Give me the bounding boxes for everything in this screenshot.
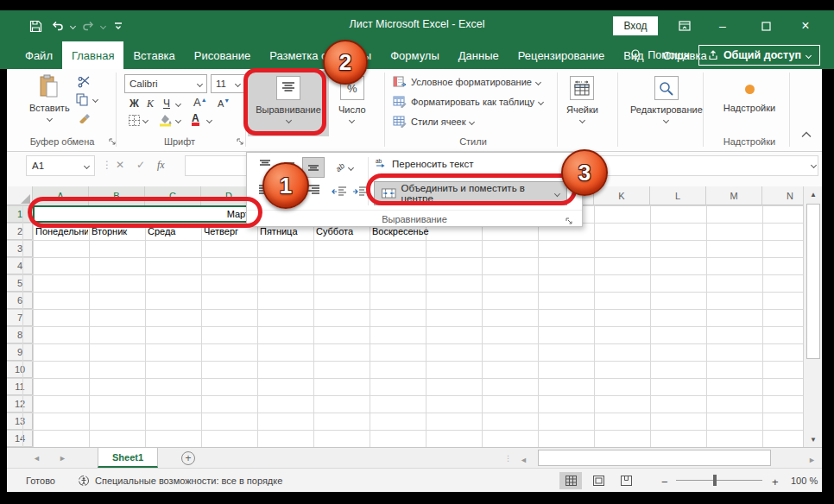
- sheet-nav-left-icon[interactable]: ◄: [33, 448, 41, 469]
- title-bar: Лист Microsoft Excel - Excel Вход – ×: [0, 10, 834, 41]
- ribbon-tab[interactable]: Главная: [62, 41, 123, 69]
- accessibility-icon: [78, 475, 90, 488]
- fill-color-button[interactable]: [159, 113, 173, 129]
- new-sheet-icon[interactable]: +: [181, 451, 195, 465]
- font-size-value: 11: [216, 79, 226, 89]
- svg-text:ab: ab: [376, 158, 382, 164]
- borders-dropdown-icon[interactable]: [142, 117, 148, 123]
- vertical-scrollbar[interactable]: ▲ ▼: [803, 186, 822, 447]
- lightbulb-icon: [630, 49, 641, 62]
- minimize-button[interactable]: –: [710, 16, 736, 36]
- scroll-up-icon[interactable]: ▲: [804, 186, 823, 202]
- orientation-icon[interactable]: ab: [330, 157, 359, 178]
- cut-icon[interactable]: [78, 76, 91, 90]
- bold-button[interactable]: Ж: [130, 98, 139, 110]
- zoom-slider-thumb[interactable]: [713, 475, 717, 486]
- panel-footer-label: Выравнивание: [247, 210, 582, 227]
- editing-group-button[interactable]: Редактирование: [630, 76, 703, 123]
- assistant-label: Помощн: [648, 49, 690, 61]
- fill-color-dropdown-icon[interactable]: [175, 117, 181, 123]
- paste-button[interactable]: Вставить: [29, 74, 70, 121]
- column-header[interactable]: L: [650, 186, 706, 205]
- font-size-dropdown-icon: [235, 80, 241, 86]
- assistant-item[interactable]: Помощн: [630, 49, 690, 62]
- accessibility-status: Специальные возможности: все в порядке: [95, 476, 282, 486]
- signin-button[interactable]: Вход: [613, 16, 658, 35]
- font-color-button[interactable]: А: [192, 112, 199, 126]
- wrap-text-label: Переносить текст: [392, 159, 474, 169]
- column-header[interactable]: M: [706, 186, 762, 205]
- decrease-indent-icon[interactable]: [328, 181, 351, 202]
- insert-function-icon[interactable]: fx: [157, 159, 165, 172]
- ribbon-tab[interactable]: Данные: [449, 41, 509, 69]
- group-separator: [384, 72, 385, 147]
- splitter-dots[interactable]: ⋮: [504, 448, 512, 469]
- format-painter-icon[interactable]: [78, 110, 91, 125]
- cancel-icon[interactable]: ✕: [116, 159, 124, 171]
- ribbon-display-options-icon[interactable]: [672, 16, 698, 36]
- group-separator: [557, 72, 558, 147]
- format-as-table-button[interactable]: Форматировать как таблицу: [393, 96, 543, 108]
- clipboard-group-label: Буфер обмена: [19, 136, 105, 147]
- sheet-nav-right-icon[interactable]: ►: [59, 448, 66, 469]
- ribbon-tab[interactable]: Формулы: [381, 41, 449, 69]
- name-box[interactable]: A1: [26, 155, 95, 176]
- ribbon-tab[interactable]: Рисование: [185, 41, 260, 69]
- underline-button[interactable]: Ч: [163, 98, 170, 110]
- cells-group-button[interactable]: Ячейки: [566, 76, 598, 123]
- column-header[interactable]: K: [594, 186, 650, 205]
- callout-2: 2: [323, 40, 368, 85]
- share-icon: [708, 50, 718, 60]
- scroll-down-icon[interactable]: ▼: [804, 432, 823, 447]
- horizontal-scrollbar[interactable]: ◄ ►: [516, 450, 820, 466]
- increase-font-button[interactable]: A▲: [193, 96, 207, 109]
- editing-group-label: Редактирование: [630, 104, 703, 115]
- status-bar: Готово Специальные возможности: все в по…: [7, 468, 822, 492]
- ribbon: Вставить Буфер обмена Calibri 11 Ж К Ч A…: [7, 69, 822, 152]
- share-button[interactable]: Общий доступ: [698, 45, 820, 66]
- cell-styles-button[interactable]: Стили ячеек: [393, 116, 474, 128]
- group-separator: [703, 72, 704, 147]
- cells-group-label: Ячейки: [566, 104, 598, 115]
- borders-button[interactable]: [128, 114, 141, 129]
- zoom-in-icon[interactable]: +: [772, 476, 779, 488]
- font-name-select[interactable]: Calibri: [124, 74, 207, 93]
- font-name-dropdown-icon: [197, 80, 203, 86]
- underline-dropdown-icon[interactable]: [175, 101, 181, 107]
- conditional-formatting-button[interactable]: Условное форматирование: [393, 76, 540, 88]
- enter-icon[interactable]: ✓: [136, 159, 145, 171]
- editing-dropdown-icon: [663, 117, 669, 123]
- copy-icon[interactable]: [76, 93, 89, 108]
- addins-button[interactable]: Надстройки: [715, 78, 784, 113]
- sheet-tab[interactable]: Sheet1: [98, 448, 158, 468]
- decrease-font-button[interactable]: A▼: [218, 98, 230, 109]
- vertical-scroll-thumb[interactable]: [806, 204, 820, 359]
- font-dialog-launcher-icon[interactable]: [237, 137, 244, 148]
- maximize-button[interactable]: [753, 16, 779, 36]
- tab-file[interactable]: Файл: [16, 41, 62, 69]
- grid-cells[interactable]: Март ПонедельникВторникСредаЧетвергПятни…: [7, 205, 803, 447]
- close-button[interactable]: ×: [793, 16, 818, 36]
- highlight-row1-cells: [28, 197, 262, 228]
- normal-view-icon[interactable]: [559, 472, 582, 489]
- font-color-dropdown-icon[interactable]: [206, 117, 212, 123]
- zoom-slider-track[interactable]: [676, 480, 762, 481]
- italic-button[interactable]: К: [147, 98, 154, 110]
- page-break-view-icon[interactable]: [615, 472, 637, 489]
- addins-label: Надстройки: [723, 103, 775, 113]
- page-layout-view-icon[interactable]: [587, 472, 610, 489]
- horizontal-scroll-thumb[interactable]: [538, 450, 771, 466]
- format-as-table-icon: [393, 96, 407, 108]
- cells-dropdown-icon: [579, 117, 585, 123]
- select-all-corner[interactable]: [7, 186, 33, 205]
- copy-dropdown-icon[interactable]: [92, 97, 98, 103]
- alignment-dialog-launcher-icon[interactable]: [565, 213, 573, 229]
- formula-bar-handle[interactable]: ⋮: [102, 159, 112, 171]
- ribbon-tab[interactable]: Вставка: [123, 41, 184, 69]
- font-size-select[interactable]: 11: [211, 74, 245, 93]
- collapse-ribbon-icon[interactable]: [801, 129, 812, 140]
- ribbon-tab[interactable]: Рецензирование: [509, 41, 614, 69]
- name-box-dropdown-icon: [84, 162, 90, 168]
- zoom-out-icon[interactable]: −: [661, 476, 668, 488]
- wrap-text-button[interactable]: ab Переносить текст: [375, 158, 474, 170]
